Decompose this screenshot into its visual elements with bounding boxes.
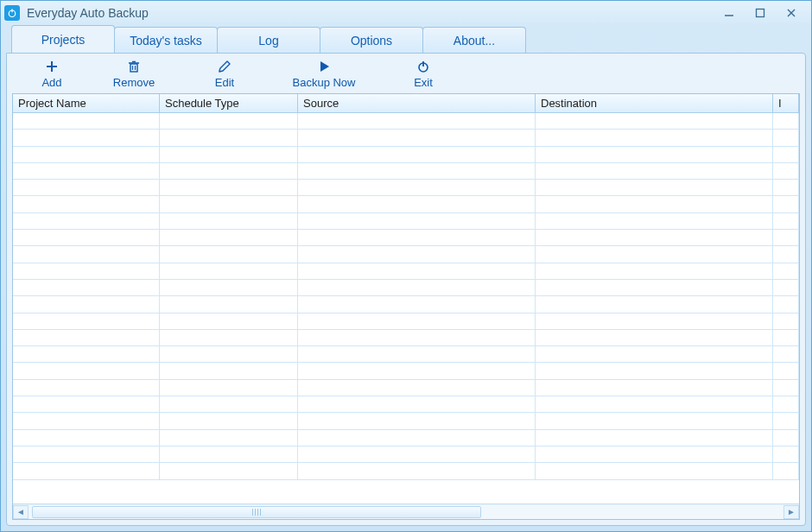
tab-projects[interactable]: Projects: [11, 25, 115, 53]
add-button[interactable]: Add: [17, 59, 86, 89]
tab-label: Today's tasks: [130, 34, 202, 48]
horizontal-scrollbar[interactable]: ◄ ►: [13, 504, 799, 519]
toolbar-label: Backup Now: [293, 76, 356, 89]
window-title: Everyday Auto Backup: [27, 6, 720, 20]
grid-body[interactable]: [13, 113, 799, 504]
table-row[interactable]: [13, 430, 799, 446]
tab-panel: Add Remove Edit Backup Now Exit: [6, 53, 806, 526]
table-row[interactable]: [13, 246, 799, 263]
scroll-left-button[interactable]: ◄: [13, 505, 29, 519]
column-source[interactable]: Source: [298, 94, 536, 112]
tab-todays-tasks[interactable]: Today's tasks: [114, 27, 218, 53]
table-row[interactable]: [13, 180, 799, 196]
tab-label: Options: [351, 34, 392, 48]
table-row[interactable]: [13, 130, 799, 146]
table-row[interactable]: [13, 396, 799, 413]
table-row[interactable]: [13, 296, 799, 313]
svg-rect-8: [130, 64, 137, 72]
grid-header: Project Name Schedule Type Source Destin…: [13, 94, 799, 113]
maximize-button[interactable]: [751, 5, 770, 21]
projects-grid: Project Name Schedule Type Source Destin…: [12, 93, 800, 520]
column-overflow[interactable]: I: [773, 94, 799, 112]
table-row[interactable]: [13, 163, 799, 180]
toolbar-label: Remove: [113, 76, 155, 89]
tabstrip: Projects Today's tasks Log Options About…: [6, 25, 806, 53]
column-schedule-type[interactable]: Schedule Type: [160, 94, 298, 112]
table-row[interactable]: [13, 463, 799, 479]
play-icon: [317, 59, 331, 74]
window-controls: [720, 5, 808, 21]
scroll-right-button[interactable]: ►: [783, 505, 799, 519]
tab-log[interactable]: Log: [217, 27, 320, 53]
tab-options[interactable]: Options: [320, 27, 423, 53]
remove-button[interactable]: Remove: [86, 59, 181, 89]
trash-icon: [127, 59, 141, 74]
close-button[interactable]: [782, 5, 801, 21]
svg-rect-1: [11, 10, 12, 13]
toolbar-label: Add: [41, 76, 61, 89]
table-row[interactable]: [13, 314, 799, 330]
pencil-icon: [218, 59, 232, 74]
table-row[interactable]: [13, 380, 799, 396]
table-row[interactable]: [13, 147, 799, 163]
svg-rect-3: [757, 10, 764, 17]
backup-now-button[interactable]: Backup Now: [268, 59, 380, 89]
power-icon: [416, 59, 430, 74]
titlebar[interactable]: Everyday Auto Backup: [1, 1, 811, 25]
column-project-name[interactable]: Project Name: [13, 94, 160, 112]
table-row[interactable]: [13, 113, 799, 130]
table-row[interactable]: [13, 346, 799, 363]
exit-button[interactable]: Exit: [380, 59, 466, 89]
scroll-track[interactable]: [29, 505, 783, 519]
table-row[interactable]: [13, 213, 799, 230]
tab-label: Log: [258, 34, 278, 48]
minimize-button[interactable]: [720, 5, 739, 21]
plus-icon: [45, 59, 59, 74]
table-row[interactable]: [13, 196, 799, 212]
table-row[interactable]: [13, 446, 799, 463]
toolbar-label: Edit: [215, 76, 234, 89]
app-window: Everyday Auto Backup Projects Today's ta…: [0, 0, 812, 532]
client-area: Projects Today's tasks Log Options About…: [6, 25, 806, 526]
table-row[interactable]: [13, 263, 799, 280]
tab-label: Projects: [41, 33, 86, 47]
scroll-thumb[interactable]: [32, 506, 481, 518]
toolbar-label: Exit: [414, 76, 433, 89]
table-row[interactable]: [13, 330, 799, 346]
svg-marker-13: [320, 61, 329, 72]
edit-button[interactable]: Edit: [181, 59, 268, 89]
table-row[interactable]: [13, 413, 799, 429]
tab-about[interactable]: About...: [422, 27, 526, 53]
scroll-grip-icon: [251, 509, 262, 516]
column-destination[interactable]: Destination: [536, 94, 773, 112]
table-row[interactable]: [13, 280, 799, 296]
toolbar: Add Remove Edit Backup Now Exit: [7, 54, 805, 93]
table-row[interactable]: [13, 363, 799, 379]
table-row[interactable]: [13, 230, 799, 246]
app-icon: [4, 5, 20, 21]
tab-label: About...: [454, 34, 495, 48]
